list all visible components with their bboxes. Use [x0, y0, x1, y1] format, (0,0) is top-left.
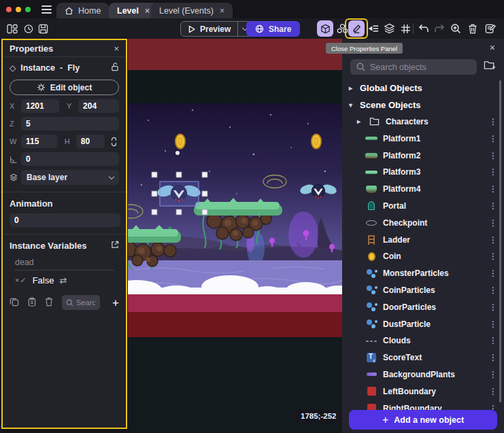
- row-menu-icon[interactable]: ⋮: [489, 302, 497, 312]
- variable-name[interactable]: dead: [15, 258, 114, 271]
- share-button[interactable]: Share: [246, 21, 300, 37]
- angle-input[interactable]: [21, 152, 119, 166]
- row-menu-icon[interactable]: ⋮: [489, 235, 497, 245]
- checkpoint-icon: [366, 220, 377, 226]
- properties-panel-toggle-icon[interactable]: [348, 20, 365, 37]
- group-scene-objects[interactable]: ▾ Scene Objects: [342, 97, 504, 114]
- row-menu-icon[interactable]: ⋮: [489, 319, 497, 329]
- object-row-platform3[interactable]: Platform3⋮: [342, 164, 504, 181]
- objects-search-box[interactable]: [350, 59, 477, 75]
- row-menu-icon[interactable]: ⋮: [489, 336, 497, 345]
- objects-panel: Objects × ▸ Global Objects ▾ Scene Objec…: [342, 39, 504, 433]
- delete-variable-icon[interactable]: [45, 297, 53, 309]
- dust-particle-sprite[interactable]: [175, 151, 180, 155]
- redo-icon[interactable]: [431, 20, 448, 37]
- main-menu-icon[interactable]: [41, 5, 52, 14]
- trash-icon[interactable]: [465, 20, 481, 37]
- tab-level-events[interactable]: Level (Events) ×: [151, 3, 233, 18]
- object-row-platform4[interactable]: Platform4⋮: [342, 181, 504, 198]
- link-dimensions-icon[interactable]: [108, 137, 119, 147]
- window-zoom-button[interactable]: [25, 7, 31, 12]
- row-menu-icon[interactable]: ⋮: [489, 269, 497, 278]
- scene-canvas[interactable]: 1785;-252: [128, 39, 342, 433]
- object-row-backgroundplants[interactable]: BackgroundPlants⋮: [342, 366, 504, 383]
- height-input[interactable]: [76, 135, 105, 148]
- objects-scrollbar[interactable]: [499, 80, 501, 402]
- platform-mossy-icon: [365, 153, 377, 158]
- home-icon: [65, 7, 73, 15]
- row-menu-icon[interactable]: ⋮: [489, 404, 497, 410]
- row-menu-icon[interactable]: ⋮: [489, 184, 497, 194]
- add-folder-icon[interactable]: [484, 60, 496, 73]
- tab-home[interactable]: Home: [56, 3, 109, 18]
- variables-search-box[interactable]: [62, 295, 100, 310]
- row-menu-icon[interactable]: ⋮: [489, 285, 497, 295]
- instances-list-icon[interactable]: [365, 20, 382, 37]
- coin-sprite[interactable]: [175, 135, 185, 149]
- layers-small-icon: [10, 173, 18, 181]
- window-minimize-button[interactable]: [16, 7, 21, 12]
- paste-icon[interactable]: [28, 297, 36, 309]
- variables-search-input[interactable]: [76, 298, 95, 307]
- objects-panel-toggle-icon[interactable]: [317, 20, 333, 37]
- open-variables-editor-icon[interactable]: [111, 241, 119, 251]
- variable-value[interactable]: False: [33, 275, 54, 285]
- animation-input[interactable]: [10, 213, 120, 227]
- object-row-dustparticle[interactable]: DustParticle⋮: [342, 315, 504, 332]
- row-menu-icon[interactable]: ⋮: [489, 218, 497, 228]
- preview-button[interactable]: Preview: [180, 21, 252, 37]
- row-menu-icon[interactable]: ⋮: [489, 117, 497, 126]
- z-input[interactable]: [21, 117, 119, 131]
- close-objects-icon[interactable]: ×: [490, 42, 495, 53]
- width-input[interactable]: [21, 135, 57, 148]
- add-new-object-button[interactable]: + Add a new object: [349, 410, 497, 430]
- add-variable-button[interactable]: +: [112, 297, 119, 309]
- row-menu-icon[interactable]: ⋮: [489, 201, 497, 211]
- tab-close-icon[interactable]: ×: [145, 6, 150, 16]
- zoom-in-icon[interactable]: [448, 20, 464, 37]
- x-input[interactable]: [21, 99, 59, 113]
- edit-object-button[interactable]: Edit object: [10, 80, 119, 95]
- object-row-checkpoint[interactable]: Checkpoint⋮: [342, 214, 504, 231]
- row-menu-icon[interactable]: ⋮: [489, 353, 497, 362]
- object-row-doorparticles[interactable]: DoorParticles⋮: [342, 298, 504, 315]
- row-menu-icon[interactable]: ⋮: [489, 167, 497, 177]
- object-row-rightboundary[interactable]: RightBoundary⋮: [342, 400, 504, 410]
- grid-icon[interactable]: [397, 20, 414, 37]
- object-row-platform1[interactable]: Platform1⋮: [342, 130, 504, 147]
- copy-icon[interactable]: [10, 297, 19, 309]
- group-global-objects[interactable]: ▸ Global Objects: [342, 80, 504, 97]
- unlock-icon[interactable]: [111, 63, 119, 73]
- undo-icon[interactable]: [416, 20, 432, 37]
- objects-search-input[interactable]: [370, 63, 465, 72]
- row-menu-icon[interactable]: ⋮: [489, 151, 497, 160]
- object-row-portal[interactable]: Portal⋮: [342, 198, 504, 215]
- save-icon[interactable]: [35, 20, 51, 37]
- object-row-coin[interactable]: Coin⋮: [342, 248, 504, 265]
- row-menu-icon[interactable]: ⋮: [489, 252, 497, 261]
- top-boundary-sprite[interactable]: [128, 39, 342, 70]
- layer-select[interactable]: Base layer: [21, 170, 119, 185]
- row-menu-icon[interactable]: ⋮: [489, 387, 497, 396]
- close-properties-icon[interactable]: ×: [114, 44, 119, 54]
- window-close-button[interactable]: [6, 7, 12, 12]
- share-label: Share: [269, 24, 291, 34]
- object-row-clouds[interactable]: Clouds⋮: [342, 332, 504, 349]
- object-row-coinparticles[interactable]: CoinParticles⋮: [342, 282, 504, 299]
- row-menu-icon[interactable]: ⋮: [489, 370, 497, 379]
- object-row-scoretext[interactable]: ScoreText⋮: [342, 349, 504, 366]
- object-row-characters[interactable]: ▸Characters⋮: [342, 114, 504, 131]
- scene-properties-icon[interactable]: [482, 20, 499, 37]
- layers-icon[interactable]: [381, 20, 397, 37]
- coin-sprite[interactable]: [312, 135, 321, 149]
- object-row-ladder[interactable]: Ladder⋮: [342, 231, 504, 248]
- swap-value-icon[interactable]: ⇄: [59, 275, 67, 285]
- y-input[interactable]: [78, 99, 119, 113]
- row-menu-icon[interactable]: ⋮: [489, 134, 497, 143]
- object-row-platform2[interactable]: Platform2⋮: [342, 147, 504, 164]
- object-row-leftboundary[interactable]: LeftBoundary⋮: [342, 383, 504, 400]
- bottom-boundary-sprite[interactable]: [128, 294, 342, 312]
- panels-layout-icon[interactable]: [4, 20, 20, 37]
- object-row-monsterparticles[interactable]: MonsterParticles⋮: [342, 265, 504, 282]
- tab-close-icon[interactable]: ×: [220, 6, 224, 16]
